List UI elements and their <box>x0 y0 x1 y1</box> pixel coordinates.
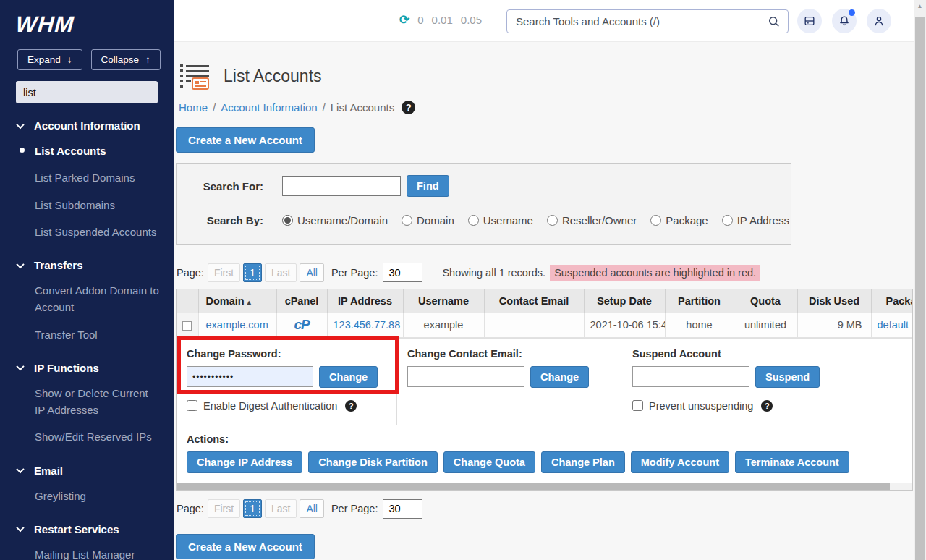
radio-reseller-owner[interactable]: Reseller/Owner <box>547 214 637 226</box>
col-package[interactable]: Package <box>871 289 913 313</box>
create-account-button-bottom[interactable]: Create a New Account <box>176 534 315 559</box>
change-contact-email-button[interactable]: Change <box>530 366 589 388</box>
radio-username[interactable]: Username <box>468 214 533 226</box>
prevent-unsuspending-checkbox[interactable] <box>632 400 643 411</box>
sidebar-group-account-information[interactable]: Account Information <box>0 113 174 137</box>
col-partition[interactable]: Partition <box>665 289 734 313</box>
col-setup-date[interactable]: Setup Date <box>584 289 665 313</box>
records-summary: Showing all 1 records. <box>442 267 545 279</box>
chevron-down-icon <box>16 260 24 268</box>
col-contact-email[interactable]: Contact Email <box>484 289 584 313</box>
change-quota-button[interactable]: Change Quota <box>443 451 535 473</box>
accounts-table-container: Domain▴ cPanel IP Address Username Conta… <box>176 289 913 491</box>
page-current-button[interactable]: 1 <box>243 263 262 282</box>
sidebar-item-mailing-list-manager[interactable]: Mailing List Manager (Mailman) <box>0 541 174 560</box>
breadcrumb: Home / Account Information / List Accoun… <box>176 101 914 114</box>
sidebar-item-greylisting[interactable]: Greylisting <box>0 483 174 509</box>
domain-link[interactable]: example.com <box>206 319 268 331</box>
col-username[interactable]: Username <box>403 289 484 313</box>
page-last-button-bottom[interactable]: Last <box>265 499 297 518</box>
active-bullet-icon <box>20 148 25 153</box>
actions-section: Actions: Change IP Address Change Disk P… <box>177 425 912 483</box>
whm-logo: WHM <box>15 12 75 38</box>
suspend-button[interactable]: Suspend <box>755 366 820 388</box>
page-all-button-bottom[interactable]: All <box>300 499 324 518</box>
terminate-account-button[interactable]: Terminate Account <box>735 451 849 473</box>
sidebar-item-list-subdomains[interactable]: List Subdomains <box>0 192 174 219</box>
per-page-input-bottom[interactable] <box>383 499 422 519</box>
modify-account-button[interactable]: Modify Account <box>631 451 729 473</box>
notifications-button[interactable] <box>832 9 857 33</box>
search-for-input[interactable] <box>282 176 401 196</box>
sidebar-filter-input[interactable] <box>16 81 158 103</box>
sidebar-item-show-delete-ip[interactable]: Show or Delete Current IP Addresses <box>0 380 174 424</box>
create-account-button-top[interactable]: Create a New Account <box>176 127 315 153</box>
help-icon[interactable]: ? <box>761 400 773 412</box>
help-icon[interactable]: ? <box>402 101 415 114</box>
suspend-account-section: Suspend Account Suspend Prevent unsuspen… <box>619 339 912 425</box>
page-first-button[interactable]: First <box>208 263 240 282</box>
breadcrumb-home-link[interactable]: Home <box>179 101 208 114</box>
change-disk-partition-button[interactable]: Change Disk Partition <box>308 451 438 473</box>
sidebar-group-ip-functions[interactable]: IP Functions <box>0 355 174 380</box>
page-last-button[interactable]: Last <box>265 263 297 282</box>
col-cpanel[interactable]: cPanel <box>276 289 327 313</box>
change-password-input[interactable] <box>187 366 313 387</box>
col-domain[interactable]: Domain▴ <box>198 289 276 313</box>
breadcrumb-account-information-link[interactable]: Account Information <box>221 101 317 114</box>
digest-auth-checkbox[interactable] <box>187 400 197 411</box>
radio-package[interactable]: Package <box>650 214 708 226</box>
suspend-reason-input[interactable] <box>632 366 749 387</box>
server-info-button[interactable] <box>797 9 822 33</box>
col-quota[interactable]: Quota <box>734 289 797 313</box>
change-plan-button[interactable]: Change Plan <box>541 451 625 473</box>
scroll-up-arrow-icon[interactable]: ▲ <box>914 3 926 9</box>
sidebar-item-list-accounts[interactable]: List Accounts <box>0 137 174 164</box>
sidebar-group-transfers[interactable]: Transfers <box>0 253 174 277</box>
help-icon[interactable]: ? <box>345 400 357 412</box>
cpanel-logo-icon[interactable]: cP <box>294 317 309 332</box>
chevron-down-icon <box>16 465 24 473</box>
vertical-scrollbar: ▲ <box>914 0 926 560</box>
expand-all-button[interactable]: Expand ↓ <box>17 49 82 70</box>
user-icon <box>872 14 886 28</box>
ip-address-link[interactable]: 123.456.77.88 <box>334 319 401 331</box>
page-all-button[interactable]: All <box>300 263 324 282</box>
list-accounts-icon <box>179 61 213 91</box>
radio-username-domain[interactable]: Username/Domain <box>282 214 388 226</box>
sidebar-item-transfer-tool[interactable]: Transfer Tool <box>0 321 174 348</box>
vertical-scrollbar-thumb[interactable] <box>915 17 925 560</box>
change-password-button[interactable]: Change <box>319 366 378 388</box>
refresh-icon[interactable]: ⟳ <box>399 14 409 26</box>
collapse-toggle-icon[interactable]: − <box>182 321 192 331</box>
main-content: List Accounts Home / Account Information… <box>174 42 914 560</box>
prevent-unsuspending-label: Prevent unsuspending <box>649 400 753 412</box>
cell-setup-date: 2021-10-06 15:47 <box>584 313 665 337</box>
breadcrumb-current: List Accounts <box>331 101 394 114</box>
col-ip-address[interactable]: IP Address <box>327 289 403 313</box>
per-page-input[interactable] <box>383 263 422 282</box>
package-link[interactable]: default <box>878 319 909 331</box>
global-search-input[interactable] <box>507 15 763 27</box>
search-icon[interactable] <box>768 15 781 28</box>
sidebar-item-convert-addon-domain[interactable]: Convert Addon Domain to Account <box>0 277 174 321</box>
sidebar-item-list-suspended-accounts[interactable]: List Suspended Accounts <box>0 219 174 245</box>
radio-domain[interactable]: Domain <box>402 214 454 226</box>
page-current-button-bottom[interactable]: 1 <box>243 499 262 518</box>
horizontal-scrollbar-thumb[interactable] <box>177 483 890 490</box>
user-menu-button[interactable] <box>867 9 891 33</box>
sidebar-group-email[interactable]: Email <box>0 458 174 483</box>
sidebar-item-show-edit-reserved-ips[interactable]: Show/Edit Reserved IPs <box>0 423 174 450</box>
sidebar-item-list-parked-domains[interactable]: List Parked Domains <box>0 164 174 191</box>
cell-package: default <box>871 313 913 337</box>
change-ip-address-button[interactable]: Change IP Address <box>187 451 302 473</box>
col-disk-used[interactable]: Disk Used <box>797 289 871 313</box>
sidebar-nav: Account Information List Accounts List P… <box>0 113 174 560</box>
radio-ip-address[interactable]: IP Address <box>722 214 789 226</box>
change-contact-email-input[interactable] <box>407 366 524 387</box>
find-button[interactable]: Find <box>407 175 449 197</box>
account-search-panel: Search For: Find Search By: Username/Dom… <box>176 163 791 245</box>
collapse-all-button[interactable]: Collapse ↑ <box>91 49 161 70</box>
page-first-button-bottom[interactable]: First <box>208 499 240 518</box>
sidebar-group-restart-services[interactable]: Restart Services <box>0 517 174 541</box>
